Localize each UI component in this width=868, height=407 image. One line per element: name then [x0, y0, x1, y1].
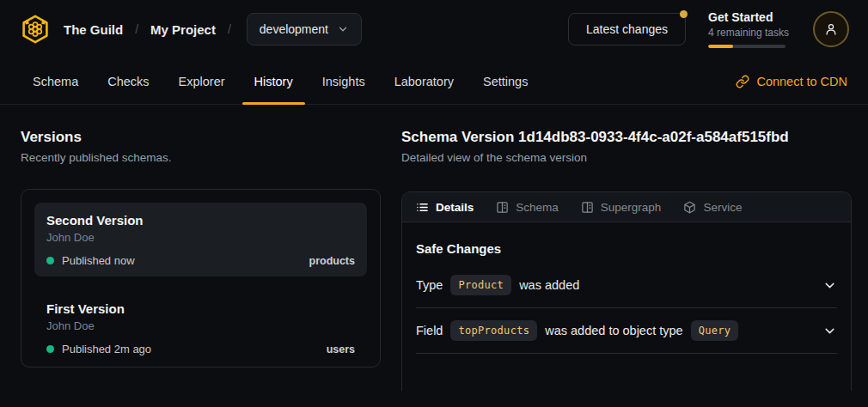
latest-changes-button[interactable]: Latest changes — [568, 13, 686, 46]
main-nav-tabs: Schema Checks Explorer History Insights … — [21, 58, 540, 104]
safe-changes-title: Safe Changes — [416, 240, 837, 257]
user-avatar[interactable] — [813, 11, 849, 47]
version-title: Second Version — [46, 212, 355, 228]
tab-insights[interactable]: Insights — [310, 58, 377, 104]
published-dot-icon — [46, 345, 54, 353]
connect-cdn-link[interactable]: Connect to CDN — [736, 58, 847, 104]
code-pill: Query — [691, 320, 739, 341]
schema-version-panel: Schema Version 1d14db83-0933-4f4c-a02f-a… — [401, 105, 852, 391]
chevron-down-icon — [337, 23, 349, 35]
tab-checks[interactable]: Checks — [95, 58, 161, 104]
tab-explorer[interactable]: Explorer — [167, 58, 237, 104]
header-right: Latest changes Get Started 4 remaining t… — [568, 10, 849, 48]
tab-label: Schema — [516, 201, 559, 214]
cube-icon — [683, 201, 696, 214]
change-text: was added to object type — [545, 324, 682, 337]
breadcrumb-separator: / — [135, 22, 138, 36]
tab-service[interactable]: Service — [683, 201, 742, 214]
breadcrumb-project[interactable]: My Project — [150, 22, 216, 37]
detail-tab-bar: Details Schema Supergraph — [402, 192, 851, 222]
change-text: was added — [519, 278, 579, 292]
schema-version-title: Schema Version 1d14db83-0933-4f4c-a02f-a… — [401, 128, 852, 147]
versions-subtitle: Recently published schemas. — [21, 150, 381, 166]
version-author: John Doe — [46, 319, 355, 333]
version-item-first[interactable]: First Version John Doe Published 2m ago … — [34, 291, 367, 365]
schema-version-card: Details Schema Supergraph — [401, 191, 852, 391]
version-status-row: Published 2m ago users — [46, 343, 355, 355]
breadcrumb: The Guild / My Project / development — [19, 13, 362, 46]
main-content: Versions Recently published schemas. Sec… — [0, 105, 868, 407]
tab-history[interactable]: History — [242, 58, 305, 104]
version-item-second[interactable]: Second Version John Doe Published now pr… — [34, 203, 367, 276]
tab-laboratory[interactable]: Laboratory — [382, 58, 466, 104]
tab-details[interactable]: Details — [416, 201, 474, 214]
version-title: First Version — [46, 301, 355, 317]
version-service-name: users — [327, 343, 355, 355]
change-text: Field — [416, 324, 443, 337]
code-pill: topProducts — [450, 320, 537, 341]
tab-schema[interactable]: Schema — [21, 58, 90, 104]
version-service-name: products — [309, 255, 355, 267]
get-started-widget[interactable]: Get Started 4 remaining tasks — [708, 10, 791, 48]
version-author: John Doe — [46, 230, 355, 245]
connect-cdn-label: Connect to CDN — [756, 75, 847, 88]
columns-icon — [496, 201, 509, 214]
main-nav: Schema Checks Explorer History Insights … — [0, 58, 868, 105]
code-pill: Product — [450, 275, 511, 295]
breadcrumb-separator: / — [228, 22, 231, 36]
chevron-down-icon[interactable] — [822, 324, 837, 338]
detail-body: Safe Changes Type Product was added Fiel… — [402, 240, 851, 354]
target-selector[interactable]: development — [247, 13, 362, 46]
change-row-field-added[interactable]: Field topProducts was added to object ty… — [416, 308, 837, 354]
get-started-subtitle: 4 remaining tasks — [708, 27, 791, 39]
top-header: The Guild / My Project / development Lat… — [0, 0, 868, 58]
change-text: Type — [416, 278, 443, 292]
chevron-down-icon[interactable] — [822, 278, 837, 293]
version-status-row: Published now products — [46, 254, 355, 267]
tab-label: Supergraph — [601, 201, 662, 214]
hive-logo-icon[interactable] — [19, 13, 52, 46]
version-status: Published 2m ago — [62, 343, 151, 355]
columns-icon — [581, 201, 594, 214]
link-icon — [736, 75, 749, 88]
latest-changes-label: Latest changes — [586, 22, 668, 36]
tab-schema-detail[interactable]: Schema — [496, 201, 559, 214]
breadcrumb-org[interactable]: The Guild — [64, 22, 123, 37]
versions-panel: Versions Recently published schemas. Sec… — [21, 105, 381, 368]
versions-list: Second Version John Doe Published now pr… — [21, 189, 381, 368]
notification-dot-icon — [680, 10, 688, 18]
version-status: Published now — [62, 254, 135, 267]
schema-version-subtitle: Detailed view of the schema version — [401, 150, 852, 166]
published-dot-icon — [46, 257, 54, 264]
person-icon — [823, 21, 839, 37]
progress-fill — [708, 45, 733, 48]
tab-label: Details — [436, 201, 474, 214]
app-root: The Guild / My Project / development Lat… — [0, 0, 868, 407]
tab-label: Service — [703, 201, 742, 214]
tab-supergraph[interactable]: Supergraph — [581, 201, 662, 214]
target-selector-value: development — [260, 22, 328, 36]
versions-title: Versions — [21, 128, 381, 147]
list-icon — [416, 201, 429, 214]
get-started-progress-bar — [708, 45, 785, 48]
tab-settings[interactable]: Settings — [471, 58, 540, 104]
get-started-title: Get Started — [708, 10, 791, 25]
change-row-type-added[interactable]: Type Product was added — [416, 263, 837, 308]
